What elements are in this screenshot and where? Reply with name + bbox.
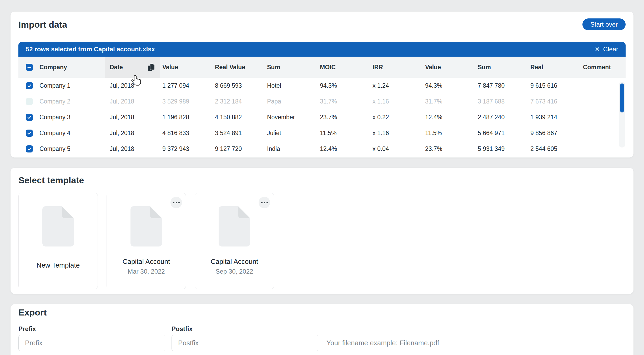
cell-value: 1 196 828 [162,114,215,121]
cell-real: 7 673 416 [530,98,583,105]
filename-example-text: Your filename example: Filename.pdf [326,339,439,347]
cell-real-value: 3 524 891 [215,130,267,137]
column-header-date[interactable]: Date [110,64,162,71]
checkmark-icon [27,146,32,151]
start-over-button[interactable]: Start over [582,18,626,30]
cell-irr: x 0.22 [373,114,425,121]
cell-value-2: 11.5% [425,130,478,137]
cell-real: 9 856 867 [530,130,583,137]
cell-sum-2: 3 187 688 [478,98,530,105]
template-date: Mar 30, 2022 [128,268,165,275]
column-header-comment[interactable]: Comment [583,64,626,71]
close-icon: ✕ [595,46,600,52]
cell-date: Jul, 2018 [110,82,162,89]
template-menu-button[interactable] [259,197,270,208]
column-header-real[interactable]: Real [530,64,583,71]
template-name: Capital Account [211,258,258,266]
cell-irr: x 1.24 [373,82,425,89]
column-header-irr[interactable]: IRR [373,64,425,71]
cell-company: Company 3 [39,114,110,121]
ellipsis-icon [261,202,263,203]
cell-value: 9 372 943 [162,145,215,152]
cell-value-2: 23.7% [425,145,478,152]
cell-company: Company 4 [39,130,110,137]
checkmark-icon [27,131,32,136]
select-all-checkbox[interactable] [26,64,33,71]
cell-company: Company 5 [39,145,110,152]
template-menu-button[interactable] [170,197,182,208]
row-checkbox[interactable] [26,82,33,89]
row-checkbox[interactable] [26,130,33,137]
cell-company: Company 2 [39,98,110,105]
table-row: Company 2 Jul, 2018 3 529 989 2 312 184 … [18,93,626,109]
postfix-input[interactable] [172,335,318,351]
clear-button[interactable]: ✕ Clear [595,46,618,53]
ellipsis-icon [173,202,174,203]
vertical-scrollbar-track[interactable] [619,82,625,147]
table-header-row: Company Date Value Real Value Sum MOIC I… [18,57,626,78]
row-checkbox[interactable] [26,145,33,152]
column-header-sum-2[interactable]: Sum [478,64,530,71]
cell-sum-2: 5 664 971 [478,130,530,137]
table-row: Company 3 Jul, 2018 1 196 828 4 150 882 … [18,109,626,125]
table-row: Company 5 Jul, 2018 9 372 943 9 127 720 … [18,141,626,157]
cell-irr: x 1.16 [373,130,425,137]
cell-value-2: 12.4% [425,114,478,121]
section-title-select-template: Select template [18,175,84,186]
document-icon [219,206,250,246]
prefix-input[interactable] [18,335,165,351]
cell-moic: 31.7% [320,98,373,105]
clear-button-label: Clear [603,46,618,53]
cell-moic: 23.7% [320,114,373,121]
cell-value-2: 94.3% [425,82,478,89]
template-name: Capital Account [123,258,170,266]
cell-moic: 11.5% [320,130,373,137]
cell-sum: Papa [267,98,320,105]
table-row: Company 4 Jul, 2018 4 816 833 3 524 891 … [18,125,626,141]
document-icon [130,206,162,246]
column-header-company[interactable]: Company [39,64,110,71]
cell-irr: x 1.16 [373,98,425,105]
cell-real-value: 8 669 593 [215,82,267,89]
page-title: Import data [18,19,67,30]
cell-real-value: 4 150 882 [215,114,267,121]
import-data-card: Import data Start over 52 rows selected … [11,12,633,157]
column-header-value-2[interactable]: Value [425,64,478,71]
template-card-new[interactable]: New Template [18,193,98,289]
template-date: Sep 30, 2022 [216,268,253,275]
cell-sum-2: 5 931 349 [478,145,530,152]
cell-value: 4 816 833 [162,130,215,137]
table-row: Company 1 Jul, 2018 1 277 094 8 669 593 … [18,78,626,93]
column-header-sum[interactable]: Sum [267,64,320,71]
cell-irr: x 0.04 [373,145,425,152]
cell-real-value: 9 127 720 [215,145,267,152]
row-checkbox[interactable] [26,114,33,121]
template-card-capital-account-mar[interactable]: Capital Account Mar 30, 2022 [107,193,186,289]
template-card-capital-account-sep[interactable]: Capital Account Sep 30, 2022 [195,193,274,289]
cell-sum: November [267,114,320,121]
row-checkbox[interactable] [26,98,33,105]
vertical-scrollbar-thumb[interactable] [620,83,624,112]
checkmark-icon [27,83,32,88]
cell-company: Company 1 [39,82,110,89]
indeterminate-dash-icon [27,67,31,68]
column-header-value[interactable]: Value [162,64,215,71]
cell-sum: India [267,145,320,152]
cell-real: 2 544 605 [530,145,583,152]
checkmark-icon [27,115,32,120]
document-icon [42,206,74,246]
section-title-export: Export [18,307,626,318]
select-template-card: Select template New Template Capital Acc… [11,168,633,294]
export-card: Export Prefix Postfix Your filename exam… [11,304,633,355]
cell-date: Jul, 2018 [110,130,162,137]
cell-value-2: 31.7% [425,98,478,105]
postfix-label: Postfix [172,325,193,333]
cell-sum-2: 2 487 240 [478,114,530,121]
column-header-moic[interactable]: MOIC [320,64,373,71]
cell-date: Jul, 2018 [110,114,162,121]
prefix-label: Prefix [18,325,172,333]
cell-real: 9 615 616 [530,82,583,89]
selection-banner-text: 52 rows selected from Capital account.xl… [26,46,155,53]
column-header-real-value[interactable]: Real Value [215,64,267,71]
cell-moic: 12.4% [320,145,373,152]
